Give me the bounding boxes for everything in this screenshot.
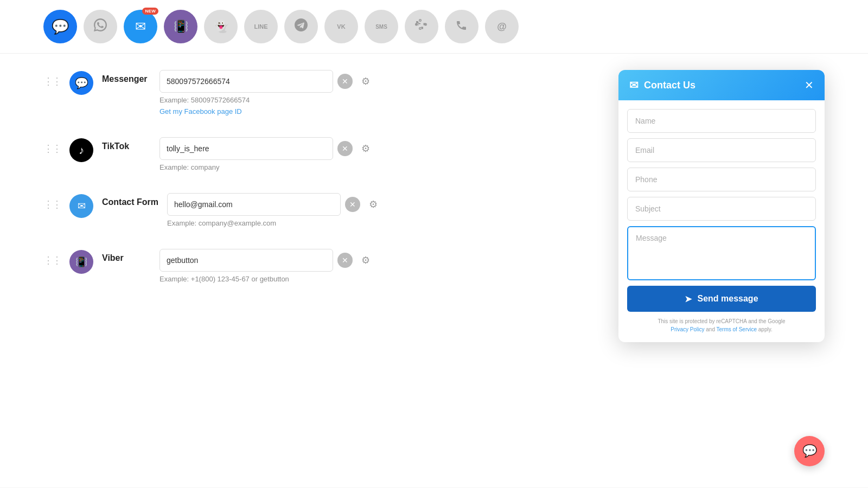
messenger-example: Example: 580097572666574 [159, 96, 374, 104]
viber-logo: 📳 [69, 250, 93, 274]
recaptcha-apply-text: apply. [758, 326, 773, 332]
messenger-clear-button[interactable]: ✕ [337, 74, 353, 89]
channel-icon-phone[interactable] [445, 10, 478, 43]
channel-icon-at[interactable]: @ [485, 10, 519, 43]
whatsapp-icon [93, 17, 108, 36]
recaptcha-and-text: and [706, 326, 715, 332]
float-chat-button[interactable]: 💬 [794, 436, 825, 466]
channel-icon-telegram[interactable] [284, 10, 318, 43]
contact-form-settings-button[interactable]: ⚙ [365, 196, 382, 213]
channel-icon-slack[interactable] [405, 10, 438, 43]
channel-icon-snapchat[interactable]: 👻 [204, 10, 238, 43]
messenger-logo: 💬 [69, 71, 93, 95]
drag-handle-contact-form[interactable]: ⋮⋮ [43, 198, 61, 210]
snapchat-icon: 👻 [214, 20, 228, 34]
channel-icon-sms[interactable]: SMS [365, 10, 398, 43]
panel-phone-input[interactable] [627, 168, 816, 191]
viber-input[interactable] [159, 249, 333, 272]
contact-form-channel-name: Contact Form [102, 197, 158, 207]
tiktok-channel-name: TikTok [102, 142, 151, 151]
messenger-input-row: ✕ ⚙ [159, 70, 374, 93]
phone-icon [455, 18, 469, 36]
tiktok-example: Example: company [159, 163, 374, 171]
messenger-facebook-link[interactable]: Get my Facebook page ID [159, 107, 374, 115]
viber-channel-name: Viber [102, 253, 151, 263]
viber-input-group: ✕ ⚙ Example: +1(800) 123-45-67 or getbut… [159, 249, 374, 283]
tiktok-logo-icon: ♪ [79, 144, 84, 157]
drag-handle-tiktok[interactable]: ⋮⋮ [43, 143, 61, 155]
channel-icon-whatsapp[interactable] [84, 10, 117, 43]
send-arrow-icon: ➤ [685, 294, 692, 304]
slack-icon [414, 18, 429, 36]
main-content: ⋮⋮ 💬 Messenger ✕ ⚙ Example: 580097572666… [0, 54, 868, 487]
send-button-label: Send message [697, 294, 758, 304]
channel-icon-messenger[interactable]: 💬 [43, 10, 77, 43]
messenger-input-group: ✕ ⚙ Example: 580097572666574 Get my Face… [159, 70, 374, 115]
messenger-channel-name: Messenger [102, 74, 151, 84]
panel-body: ➤ Send message This site is protected by… [618, 100, 825, 342]
float-chat-icon: 💬 [802, 444, 817, 458]
vk-icon: VK [337, 23, 345, 30]
drag-handle-viber[interactable]: ⋮⋮ [43, 254, 61, 266]
telegram-icon [293, 17, 309, 36]
drag-handle-messenger[interactable]: ⋮⋮ [43, 75, 61, 87]
panel-title-group: ✉ Contact Us [629, 79, 695, 92]
contact-form-input[interactable] [167, 193, 341, 216]
contact-form-example: Example: company@example.com [167, 219, 382, 227]
messenger-icon: 💬 [52, 18, 69, 35]
messenger-settings-button[interactable]: ⚙ [357, 73, 374, 90]
channel-icon-vk[interactable]: VK [324, 10, 358, 43]
messenger-input[interactable] [159, 70, 333, 93]
panel-header: ✉ Contact Us ✕ [618, 70, 825, 100]
contact-form-input-group: ✕ ⚙ Example: company@example.com [167, 193, 382, 227]
panel-title: Contact Us [644, 80, 695, 91]
line-icon: LINE [254, 23, 267, 30]
tiktok-input-row: ✕ ⚙ [159, 137, 374, 160]
panel-message-textarea[interactable] [627, 226, 816, 280]
channel-icon-email[interactable]: ✉ NEW [124, 10, 157, 43]
channel-icon-line[interactable]: LINE [244, 10, 278, 43]
tiktok-settings-button[interactable]: ⚙ [357, 140, 374, 157]
tiktok-input-group: ✕ ⚙ Example: company [159, 137, 374, 171]
tiktok-clear-button[interactable]: ✕ [337, 141, 353, 156]
panel-email-input[interactable] [627, 138, 816, 162]
contact-form-logo: ✉ [69, 194, 93, 218]
panel-header-icon: ✉ [629, 79, 639, 92]
messenger-logo-icon: 💬 [75, 76, 88, 89]
panel-name-input[interactable] [627, 109, 816, 133]
viber-logo-icon: 📳 [75, 256, 87, 268]
channel-icon-viber[interactable]: 📳 [164, 10, 197, 43]
viber-settings-button[interactable]: ⚙ [357, 252, 374, 269]
contact-form-input-row: ✕ ⚙ [167, 193, 382, 216]
contact-us-panel: ✉ Contact Us ✕ ➤ Send message This site … [618, 70, 825, 342]
recaptcha-text: This site is protected by reCAPTCHA and … [627, 317, 816, 333]
channels-bar: 💬 ✉ NEW 📳 👻 LINE VK SMS [0, 0, 868, 54]
contact-form-clear-button[interactable]: ✕ [345, 197, 360, 212]
email-icon: ✉ [135, 19, 146, 34]
new-badge: NEW [142, 8, 158, 15]
viber-example: Example: +1(800) 123-45-67 or getbutton [159, 275, 374, 283]
at-icon: @ [497, 21, 507, 33]
tiktok-input[interactable] [159, 137, 333, 160]
panel-subject-input[interactable] [627, 197, 816, 221]
contact-form-logo-icon: ✉ [78, 200, 86, 212]
sms-icon: SMS [375, 24, 387, 30]
tiktok-logo: ♪ [69, 138, 93, 162]
viber-input-row: ✕ ⚙ [159, 249, 374, 272]
viber-icon: 📳 [174, 20, 188, 34]
viber-clear-button[interactable]: ✕ [337, 253, 353, 268]
send-message-button[interactable]: ➤ Send message [627, 286, 816, 312]
panel-close-button[interactable]: ✕ [805, 80, 814, 91]
terms-of-service-link[interactable]: Terms of Service [717, 326, 757, 332]
privacy-policy-link[interactable]: Privacy Policy [671, 326, 704, 332]
